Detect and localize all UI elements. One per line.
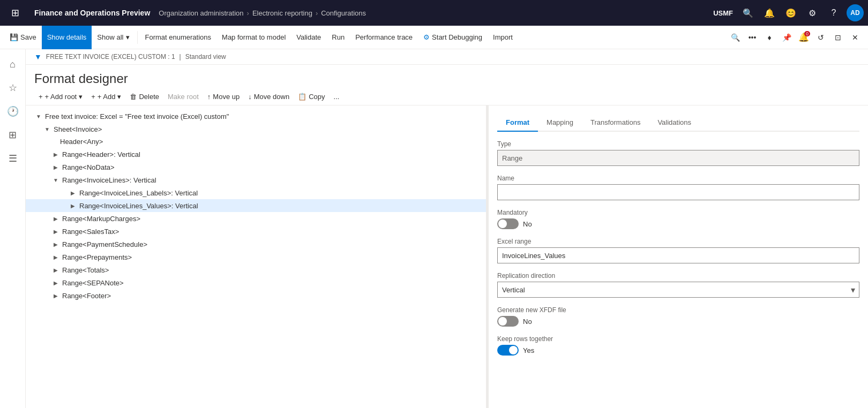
range-footer-expand-icon[interactable]: ▶ [51, 291, 60, 300]
page-title-area: Format designer [26, 65, 868, 88]
delete-icon: 🗑 [130, 93, 137, 101]
copy-button[interactable]: 📋 Copy [294, 90, 329, 103]
refresh-icon[interactable]: ↺ [812, 29, 829, 46]
range-header-expand-icon[interactable]: ▶ [51, 150, 60, 158]
validate-button[interactable]: Validate [291, 26, 326, 49]
move-down-button[interactable]: ↓ Move down [244, 90, 294, 103]
range-values-label: Range<InvoiceLines_Values>: Vertical [79, 202, 198, 210]
properties-panel: Format Mapping Transformations Validatio… [489, 105, 868, 408]
start-debugging-button[interactable]: ⚙ Start Debugging [418, 26, 488, 49]
settings-icon[interactable]: ⚙ [804, 4, 821, 21]
range-values-expand-icon[interactable]: ▶ [69, 201, 77, 210]
range-invoicelines-expand-icon[interactable]: ▼ [51, 176, 60, 184]
tree-range-markup[interactable]: ▶ Range<MarkupCharges> [26, 212, 486, 225]
notifications-badge-icon[interactable]: 🔔 0 [795, 29, 812, 46]
sheet-expand-icon[interactable]: ▼ [43, 125, 51, 133]
format-enumerations-button[interactable]: Format enumerations [140, 26, 217, 49]
tab-validations[interactable]: Validations [649, 114, 700, 132]
tree-range-prepayments[interactable]: ▶ Range<Prepayments> [26, 251, 486, 263]
tree-header[interactable]: Header<Any> [26, 135, 486, 148]
breadcrumb-electronic[interactable]: Electronic reporting [252, 9, 312, 17]
show-details-button[interactable]: Show details [42, 26, 92, 49]
notification-icon[interactable]: 🔔 [761, 4, 778, 21]
type-label: Type [497, 140, 859, 148]
filter-icon: ▼ [34, 52, 42, 61]
user-avatar[interactable]: AD [847, 4, 864, 21]
mandatory-toggle[interactable] [497, 218, 519, 229]
smiley-icon[interactable]: 😊 [782, 4, 799, 21]
tree-range-header[interactable]: ▶ Range<Header>: Vertical [26, 148, 486, 161]
tab-format[interactable]: Format [497, 114, 538, 132]
sidenav-home-icon[interactable]: ⌂ [2, 54, 24, 75]
add-root-button[interactable]: + + Add root ▾ [34, 90, 87, 103]
keep-rows-toggle[interactable] [497, 345, 519, 356]
range-sepanote-expand-icon[interactable]: ▶ [51, 278, 60, 287]
xfdf-toggle[interactable] [497, 316, 519, 327]
waffle-menu[interactable]: ⊞ [4, 0, 26, 26]
range-sepanote-label: Range<SEPANote> [62, 279, 124, 287]
tree-range-footer[interactable]: ▶ Range<Footer> [26, 289, 486, 302]
import-button[interactable]: Import [488, 26, 518, 49]
tree-range-invoicelines[interactable]: ▼ Range<InvoiceLines>: Vertical [26, 173, 486, 186]
bookmark-icon[interactable]: ♦ [761, 29, 778, 46]
tree-range-values[interactable]: ▶ Range<InvoiceLines_Values>: Vertical [26, 199, 486, 212]
replication-select[interactable]: Vertical Horizontal None [497, 282, 859, 298]
run-button[interactable]: Run [326, 26, 350, 49]
search-cmd-icon[interactable]: 🔍 [727, 29, 744, 46]
search-icon[interactable]: 🔍 [739, 4, 757, 21]
range-prepayments-label: Range<Prepayments> [62, 253, 132, 261]
performance-trace-button[interactable]: Performance trace [350, 26, 418, 49]
more-button[interactable]: ... [330, 90, 344, 103]
tree-range-totals[interactable]: ▶ Range<Totals> [26, 263, 486, 276]
range-markup-expand-icon[interactable]: ▶ [51, 214, 60, 223]
mandatory-toggle-row: No [497, 218, 859, 229]
tree-range-nodata[interactable]: ▶ Range<NoData> [26, 161, 486, 173]
main-content: ▼ FREE TEXT INVOICE (EXCEL) CUSTOM : 1 |… [26, 49, 868, 408]
keep-rows-toggle-row: Yes [497, 345, 859, 356]
excel-range-input[interactable] [497, 247, 859, 263]
tab-mapping[interactable]: Mapping [538, 114, 582, 132]
map-format-button[interactable]: Map format to model [216, 26, 291, 49]
view-selector[interactable]: Standard view [185, 53, 226, 61]
root-expand-icon[interactable]: ▼ [34, 112, 43, 120]
range-labels-expand-icon[interactable]: ▶ [69, 188, 77, 197]
help-icon[interactable]: ? [825, 4, 842, 21]
range-payment-expand-icon[interactable]: ▶ [51, 240, 60, 248]
add-button[interactable]: + + Add ▾ [87, 90, 125, 103]
move-up-button[interactable]: ↑ Move up [203, 90, 244, 103]
sidenav-favorites-icon[interactable]: ☆ [2, 77, 24, 99]
breadcrumb-bar: ▼ FREE TEXT INVOICE (EXCEL) CUSTOM : 1 |… [26, 49, 868, 65]
breadcrumb-sep-1: › [247, 9, 249, 17]
waffle-icon: ⊞ [11, 7, 19, 19]
tree-range-sepanote[interactable]: ▶ Range<SEPANote> [26, 276, 486, 289]
tab-transformations[interactable]: Transformations [582, 114, 649, 132]
range-prepayments-expand-icon[interactable]: ▶ [51, 253, 60, 261]
delete-button[interactable]: 🗑 Delete [125, 90, 163, 103]
add-root-chevron: ▾ [79, 93, 83, 101]
save-label: Save [20, 33, 36, 41]
tree-range-payment[interactable]: ▶ Range<PaymentSchedule> [26, 238, 486, 251]
range-totals-expand-icon[interactable]: ▶ [51, 266, 60, 274]
sidenav-recent-icon[interactable]: 🕐 [2, 101, 24, 122]
sidenav-list-icon[interactable]: ☰ [2, 148, 24, 169]
more-cmd-icon[interactable]: ••• [744, 29, 761, 46]
range-nodata-expand-icon[interactable]: ▶ [51, 163, 60, 171]
mandatory-value: No [523, 220, 532, 228]
breadcrumb-org[interactable]: Organization administration [159, 9, 243, 17]
new-window-icon[interactable]: ⊡ [829, 29, 847, 46]
breadcrumb-config[interactable]: Configurations [321, 9, 366, 17]
show-all-button[interactable]: Show all ▾ [92, 26, 134, 49]
tree-range-salestax[interactable]: ▶ Range<SalesTax> [26, 225, 486, 238]
add-root-icon: + [39, 93, 43, 101]
name-input[interactable] [497, 184, 859, 200]
extension-icon[interactable]: 📌 [778, 29, 795, 46]
save-button[interactable]: 💾 Save [4, 26, 42, 49]
type-input[interactable] [497, 150, 859, 166]
close-icon[interactable]: ✕ [847, 29, 864, 46]
tree-range-labels[interactable]: ▶ Range<InvoiceLines_Labels>: Vertical [26, 186, 486, 199]
range-salestax-expand-icon[interactable]: ▶ [51, 227, 60, 236]
sidenav-workspace-icon[interactable]: ⊞ [2, 124, 24, 146]
tree-root[interactable]: ▼ Free text invoice: Excel = "Free text … [26, 110, 486, 123]
tree-sheet-invoice[interactable]: ▼ Sheet<Invoice> [26, 123, 486, 135]
make-root-button[interactable]: Make root [163, 90, 203, 103]
